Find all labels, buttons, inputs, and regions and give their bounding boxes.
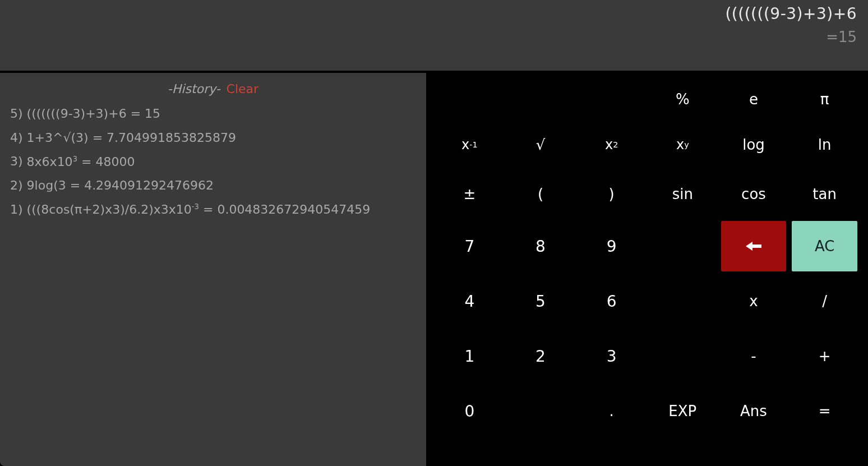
key-backspace[interactable] — [721, 221, 787, 271]
key-left-paren[interactable]: ( — [505, 169, 576, 219]
key-3[interactable]: 3 — [576, 329, 647, 384]
history-item[interactable]: 2) 9log(3 = 4.294091292476962 — [10, 178, 416, 194]
key-6[interactable]: 6 — [576, 274, 647, 329]
display-result: =15 — [826, 29, 857, 45]
history-item[interactable]: 3) 8x6x103 = 48000 — [10, 154, 416, 170]
keypad: % e π x -1 √ x2 xy log ln ± ( ) sin cos … — [426, 73, 868, 466]
key-blank — [647, 219, 718, 274]
history-content: 9log(3 = 4.294091292476962 — [27, 178, 214, 192]
history-panel: -History- Clear 5) (((((((9-3)+3)+6 = 15… — [0, 73, 426, 466]
key-ln[interactable]: ln — [789, 120, 860, 169]
key-9[interactable]: 9 — [576, 219, 647, 274]
key-divide[interactable]: / — [789, 274, 860, 329]
history-header: -History- Clear — [10, 82, 416, 96]
key-blank — [505, 384, 576, 439]
key-all-clear[interactable]: AC — [792, 221, 857, 271]
key-ans[interactable]: Ans — [718, 384, 789, 439]
history-index: 2) — [10, 178, 23, 192]
history-item[interactable]: 1) (((8cos(π+2)x3)/6.2)x3x10-3 = 0.00483… — [10, 202, 416, 218]
history-index: 3) — [10, 155, 23, 169]
key-4[interactable]: 4 — [434, 274, 505, 329]
key-blank — [434, 79, 505, 120]
key-e[interactable]: e — [718, 79, 789, 120]
history-index: 1) — [10, 202, 23, 216]
lower-pane: -History- Clear 5) (((((((9-3)+3)+6 = 15… — [0, 73, 868, 466]
key-inverse[interactable]: x -1 — [434, 120, 505, 169]
key-0[interactable]: 0 — [434, 384, 505, 439]
history-content: 8x6x103 = 48000 — [27, 155, 135, 169]
history-index: 4) — [10, 131, 23, 145]
key-multiply[interactable]: x — [718, 274, 789, 329]
key-blank — [505, 79, 576, 120]
key-plus-minus[interactable]: ± — [434, 169, 505, 219]
key-plus[interactable]: + — [789, 329, 860, 384]
key-blank — [647, 274, 718, 329]
key-log[interactable]: log — [718, 120, 789, 169]
key-power[interactable]: xy — [647, 120, 718, 169]
key-exp[interactable]: EXP — [647, 384, 718, 439]
key-8[interactable]: 8 — [505, 219, 576, 274]
display-expression: (((((((9-3)+3)+6 — [725, 6, 857, 23]
key-blank — [647, 329, 718, 384]
calculator-app: (((((((9-3)+3)+6 =15 -History- Clear 5) … — [0, 0, 868, 466]
history-content: (((((((9-3)+3)+6 = 15 — [27, 107, 160, 121]
svg-marker-0 — [746, 242, 761, 251]
key-dot[interactable]: . — [576, 384, 647, 439]
key-equals[interactable]: = — [789, 384, 860, 439]
history-content: (((8cos(π+2)x3)/6.2)x3x10-3 = 0.00483267… — [27, 202, 371, 216]
history-item[interactable]: 5) (((((((9-3)+3)+6 = 15 — [10, 106, 416, 122]
key-minus[interactable]: - — [718, 329, 789, 384]
key-sin[interactable]: sin — [647, 169, 718, 219]
history-item[interactable]: 4) 1+3^√(3) = 7.704991853825879 — [10, 130, 416, 146]
key-7[interactable]: 7 — [434, 219, 505, 274]
key-1[interactable]: 1 — [434, 329, 505, 384]
history-clear-button[interactable]: Clear — [227, 82, 259, 96]
display-area: (((((((9-3)+3)+6 =15 — [0, 0, 868, 73]
history-title: -History- — [168, 82, 220, 96]
key-percent[interactable]: % — [647, 79, 718, 120]
key-cos[interactable]: cos — [718, 169, 789, 219]
key-5[interactable]: 5 — [505, 274, 576, 329]
history-index: 5) — [10, 107, 23, 121]
history-content: 1+3^√(3) = 7.704991853825879 — [27, 131, 236, 145]
key-blank — [576, 79, 647, 120]
key-2[interactable]: 2 — [505, 329, 576, 384]
key-sqrt[interactable]: √ — [505, 120, 576, 169]
key-tan[interactable]: tan — [789, 169, 860, 219]
key-square[interactable]: x2 — [576, 120, 647, 169]
key-right-paren[interactable]: ) — [576, 169, 647, 219]
key-pi[interactable]: π — [789, 79, 860, 120]
arrow-left-icon — [746, 241, 761, 252]
history-list: 5) (((((((9-3)+3)+6 = 15 4) 1+3^√(3) = 7… — [10, 106, 416, 218]
